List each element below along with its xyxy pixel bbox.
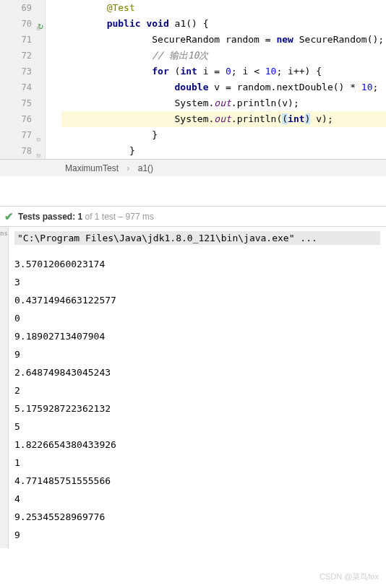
gutter-line: 76	[0, 111, 32, 127]
panel-divider	[0, 176, 386, 207]
console-line: 0.4371494663122577	[14, 291, 380, 309]
console-line: 4.771485751555566	[14, 472, 380, 490]
check-icon: ✔	[4, 207, 14, 227]
line-gutter: 6970↻⊟71727374757677⊟78⊟	[0, 0, 46, 159]
code-line[interactable]: for (int i = 0; i < 10; i++) {	[61, 64, 386, 79]
console-line: 9	[14, 526, 380, 544]
gutter-line: 74	[0, 79, 32, 95]
console-tab[interactable]: ns	[0, 227, 9, 548]
code-line[interactable]: }	[61, 143, 386, 159]
watermark: CSDN @菜鸟fox	[319, 571, 379, 582]
console-line: 3.57012060023174	[14, 255, 380, 273]
console-line: 9.18902713407904	[14, 327, 380, 345]
gutter-line: 71	[0, 32, 32, 48]
gutter-line: 73	[0, 64, 32, 79]
console-line: 9.25345528969776	[14, 508, 380, 526]
gutter-line: 77⊟	[0, 127, 32, 143]
console-line: 9	[14, 345, 380, 363]
code-line[interactable]: System.out.println((int) v);	[61, 111, 386, 127]
fold-icon[interactable]: ⊟	[33, 131, 40, 139]
fold-icon[interactable]: ⊟	[33, 20, 40, 27]
console-panel: ns "C:\Program Files\Java\jdk1.8.0_121\b…	[0, 227, 386, 548]
code-line[interactable]: public void a1() {	[61, 16, 386, 32]
console-command: "C:\Program Files\Java\jdk1.8.0_121\bin\…	[14, 231, 380, 245]
console-line: 5	[14, 418, 380, 436]
gutter-line: 75	[0, 95, 32, 111]
console-line: 1.8226654380433926	[14, 436, 380, 454]
code-line[interactable]: // 输出10次	[61, 48, 386, 64]
gutter-line: 69	[0, 0, 32, 16]
breadcrumb[interactable]: MaximumTest › a1()	[0, 159, 386, 176]
code-line[interactable]: SecureRandom random = new SecureRandom()…	[61, 32, 386, 48]
code-content[interactable]: @Test public void a1() { SecureRandom ra…	[46, 0, 386, 159]
breadcrumb-class[interactable]: MaximumTest	[65, 163, 119, 173]
console-line: 3	[14, 273, 380, 291]
code-line[interactable]: double v = random.nextDouble() * 10;	[61, 79, 386, 95]
breadcrumb-separator: ›	[126, 163, 129, 173]
console-output[interactable]: "C:\Program Files\Java\jdk1.8.0_121\bin\…	[9, 227, 386, 548]
fold-icon[interactable]: ⊟	[33, 147, 40, 155]
tests-passed-label: Tests passed: 1	[18, 212, 82, 222]
gutter-line: 78⊟	[0, 143, 32, 159]
gutter-line: 72	[0, 48, 32, 64]
code-line[interactable]: }	[61, 127, 386, 143]
console-line: 2	[14, 381, 380, 399]
breadcrumb-method[interactable]: a1()	[138, 163, 153, 173]
code-line[interactable]: @Test	[61, 0, 386, 16]
console-line: 2.648749843045243	[14, 363, 380, 381]
tests-time-label: – 977 ms	[116, 212, 154, 222]
code-editor[interactable]: 6970↻⊟71727374757677⊟78⊟ @Test public vo…	[0, 0, 386, 159]
code-line[interactable]: System.out.println(v);	[61, 95, 386, 111]
console-line: 4	[14, 490, 380, 508]
console-line: 1	[14, 454, 380, 472]
gutter-line: 70↻⊟	[0, 16, 32, 32]
test-status-bar: ✔ Tests passed: 1 of 1 test – 977 ms	[0, 207, 386, 227]
console-line: 5.175928722362132	[14, 399, 380, 418]
console-line: 0	[14, 309, 380, 327]
tests-total-label: of 1 test	[82, 212, 116, 222]
